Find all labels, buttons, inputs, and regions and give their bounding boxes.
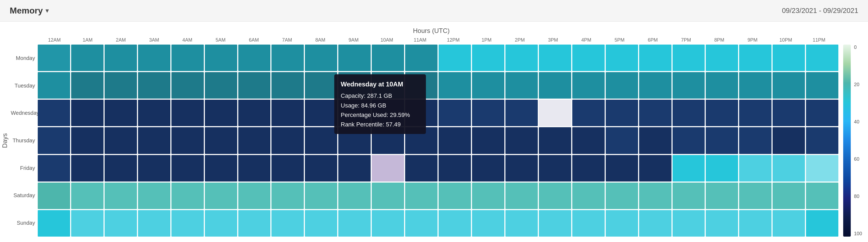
heatmap-cell[interactable]: [305, 127, 337, 154]
heatmap-cell[interactable]: [38, 45, 70, 71]
heatmap-cell[interactable]: [673, 45, 705, 71]
heatmap-cell[interactable]: [572, 72, 604, 99]
heatmap-cell[interactable]: [439, 127, 471, 154]
heatmap-cell[interactable]: [706, 210, 738, 237]
heatmap-cell[interactable]: [606, 155, 638, 182]
heatmap-cell[interactable]: [71, 210, 103, 237]
heatmap-cell[interactable]: [172, 45, 204, 71]
heatmap-cell[interactable]: [572, 183, 604, 209]
heatmap-cell[interactable]: [706, 155, 738, 182]
heatmap-cell[interactable]: [739, 155, 772, 182]
heatmap-cell[interactable]: [238, 100, 271, 126]
heatmap-cell[interactable]: [639, 72, 672, 99]
heatmap-cell[interactable]: [138, 155, 170, 182]
heatmap-cell[interactable]: [505, 210, 538, 237]
heatmap-cell[interactable]: [38, 183, 70, 209]
heatmap-cell[interactable]: [806, 45, 838, 71]
heatmap-cell[interactable]: [172, 155, 204, 182]
heatmap-cell[interactable]: [205, 155, 237, 182]
chevron-down-icon[interactable]: ▾: [45, 7, 49, 14]
heatmap-cell[interactable]: [706, 72, 738, 99]
heatmap-cell[interactable]: [439, 210, 471, 237]
heatmap-cell[interactable]: [305, 155, 337, 182]
heatmap-cell[interactable]: [172, 210, 204, 237]
heatmap-cell[interactable]: [172, 100, 204, 126]
heatmap-cell[interactable]: [272, 45, 304, 71]
heatmap-cell[interactable]: [305, 100, 337, 126]
heatmap-cell[interactable]: [272, 210, 304, 237]
heatmap-cell[interactable]: [773, 72, 805, 99]
heatmap-cell[interactable]: [472, 183, 504, 209]
heatmap-cell[interactable]: [238, 72, 271, 99]
heatmap-cell[interactable]: [806, 210, 838, 237]
heatmap-cell[interactable]: [739, 127, 772, 154]
heatmap-cell[interactable]: [673, 183, 705, 209]
heatmap-cell[interactable]: [539, 100, 571, 126]
heatmap-cell[interactable]: [639, 183, 672, 209]
heatmap-cell[interactable]: [272, 155, 304, 182]
heatmap-cell[interactable]: [606, 210, 638, 237]
heatmap-cell[interactable]: [104, 127, 137, 154]
heatmap-cell[interactable]: [338, 45, 371, 71]
heatmap-cell[interactable]: [405, 127, 437, 154]
heatmap-cell[interactable]: [606, 45, 638, 71]
heatmap-cell[interactable]: [773, 127, 805, 154]
heatmap-cell[interactable]: [773, 210, 805, 237]
heatmap-cell[interactable]: [539, 127, 571, 154]
heatmap-cell[interactable]: [138, 183, 170, 209]
heatmap-cell[interactable]: [639, 210, 672, 237]
heatmap-cell[interactable]: [439, 155, 471, 182]
heatmap-cell[interactable]: [372, 127, 404, 154]
heatmap-cell[interactable]: [104, 155, 137, 182]
heatmap-cell[interactable]: [739, 100, 772, 126]
heatmap-cell[interactable]: [505, 72, 538, 99]
heatmap-cell[interactable]: [505, 127, 538, 154]
heatmap-cell[interactable]: [338, 100, 371, 126]
heatmap-cell[interactable]: [205, 72, 237, 99]
heatmap-cell[interactable]: [104, 183, 137, 209]
heatmap-cell[interactable]: [405, 100, 437, 126]
heatmap-cell[interactable]: [505, 100, 538, 126]
heatmap-cell[interactable]: [272, 183, 304, 209]
heatmap-cell[interactable]: [739, 210, 772, 237]
heatmap-cell[interactable]: [138, 45, 170, 71]
heatmap-cell[interactable]: [806, 100, 838, 126]
heatmap-cell[interactable]: [338, 127, 371, 154]
heatmap-cell[interactable]: [272, 72, 304, 99]
heatmap-cell[interactable]: [272, 127, 304, 154]
heatmap-cell[interactable]: [405, 72, 437, 99]
heatmap-cell[interactable]: [38, 210, 70, 237]
heatmap-cell[interactable]: [372, 155, 404, 182]
heatmap-cell[interactable]: [205, 183, 237, 209]
heatmap-cell[interactable]: [706, 183, 738, 209]
heatmap-cell[interactable]: [773, 100, 805, 126]
heatmap-cell[interactable]: [305, 210, 337, 237]
heatmap-cell[interactable]: [305, 72, 337, 99]
heatmap-cell[interactable]: [673, 100, 705, 126]
heatmap-cell[interactable]: [439, 45, 471, 71]
heatmap-cell[interactable]: [706, 100, 738, 126]
heatmap-cell[interactable]: [238, 127, 271, 154]
heatmap-cell[interactable]: [405, 155, 437, 182]
heatmap-cell[interactable]: [806, 155, 838, 182]
heatmap-cell[interactable]: [405, 183, 437, 209]
heatmap-cell[interactable]: [806, 183, 838, 209]
heatmap-cell[interactable]: [639, 45, 672, 71]
heatmap-cell[interactable]: [272, 100, 304, 126]
heatmap-cell[interactable]: [372, 210, 404, 237]
heatmap-cell[interactable]: [138, 127, 170, 154]
heatmap-cell[interactable]: [472, 100, 504, 126]
heatmap-cell[interactable]: [71, 183, 103, 209]
heatmap-cell[interactable]: [505, 183, 538, 209]
heatmap-cell[interactable]: [539, 45, 571, 71]
heatmap-cell[interactable]: [639, 127, 672, 154]
heatmap-cell[interactable]: [606, 100, 638, 126]
heatmap-cell[interactable]: [104, 210, 137, 237]
heatmap-cell[interactable]: [104, 45, 137, 71]
heatmap-cell[interactable]: [739, 183, 772, 209]
heatmap-cell[interactable]: [472, 45, 504, 71]
heatmap-cell[interactable]: [572, 155, 604, 182]
heatmap-cell[interactable]: [372, 100, 404, 126]
heatmap-cell[interactable]: [706, 45, 738, 71]
heatmap-cell[interactable]: [71, 100, 103, 126]
